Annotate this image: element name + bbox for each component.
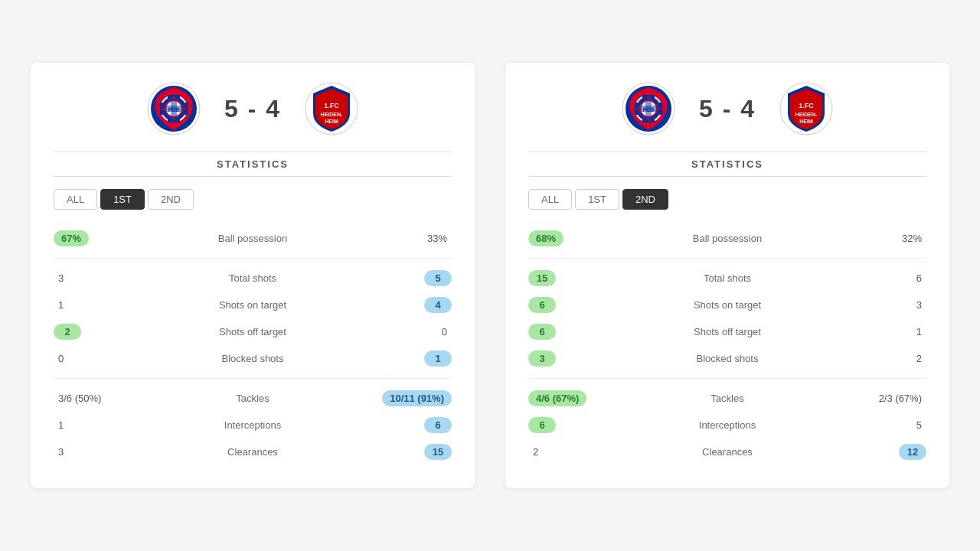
stat-badge: 12 [899, 444, 926, 460]
svg-text:FCB: FCB [643, 107, 654, 112]
stat-badge: 2 [54, 324, 81, 340]
stat-right-value: 0 [360, 324, 452, 340]
stat-plain-num: 2 [912, 350, 926, 367]
stat-row: 3Total shots5 [54, 265, 452, 292]
stat-label: Blocked shots [620, 353, 835, 364]
stat-left-value: 0 [54, 350, 145, 367]
match-score: 5 - 4 [699, 95, 756, 123]
stat-label: Shots off target [145, 326, 360, 337]
stat-badge: 67% [54, 230, 89, 246]
stat-label: Blocked shots [145, 353, 360, 364]
stat-badge: 6 [528, 324, 556, 340]
tabs-container: ALL1ST2ND [528, 189, 926, 210]
stat-row: 6Shots off target1 [528, 318, 926, 345]
stat-right-value: 15 [360, 444, 452, 460]
stat-badge: 5 [424, 270, 452, 286]
stat-right-value: 2/3 (67%) [835, 390, 926, 406]
stat-right-value: 5 [835, 417, 926, 433]
stat-right-value: 1 [360, 350, 452, 367]
stat-row: 2Shots off target0 [54, 318, 452, 345]
stat-plain-num: 2/3 (67%) [874, 390, 926, 406]
stat-label: Ball possession [145, 233, 360, 244]
stat-left-value: 3/6 (50%) [54, 390, 145, 406]
tab-2nd[interactable]: 2ND [148, 189, 194, 210]
stat-label: Tackles [145, 393, 360, 404]
stat-plain-num: 1 [912, 324, 926, 340]
stat-row: 0Blocked shots1 [54, 345, 452, 372]
stat-badge: 3 [528, 350, 556, 367]
tab-2nd[interactable]: 2ND [622, 189, 668, 210]
match-score: 5 - 4 [224, 95, 281, 123]
stat-label: Clearances [620, 446, 835, 458]
stat-right-value: 32% [835, 230, 926, 246]
stat-row: 15Total shots6 [528, 265, 926, 292]
stat-plain-num: 3 [912, 297, 926, 313]
team-logo-bayern: FCB [146, 81, 201, 136]
svg-text:1.FC: 1.FC [799, 102, 814, 109]
stat-badge: 10/11 (91%) [382, 390, 452, 406]
stat-right-value: 6 [360, 417, 452, 433]
tab-1st[interactable]: 1ST [100, 189, 145, 210]
stat-right-value: 3 [835, 297, 926, 313]
stat-left-value: 67% [54, 230, 145, 246]
stat-row: 1Shots on target4 [54, 292, 452, 318]
stat-right-value: 1 [835, 324, 926, 340]
stat-badge: 6 [424, 417, 452, 433]
stat-left-value: 6 [528, 324, 620, 340]
stat-badge: 4/6 (67%) [528, 390, 586, 406]
stat-divider [528, 378, 926, 379]
stat-row: 1Interceptions6 [54, 412, 452, 439]
stats-card-2nd: FCB 5 - 4 1.FC HEIDEN- HEIM STATISTICSAL… [505, 63, 949, 488]
stat-label: Tackles [620, 393, 835, 404]
stat-label: Interceptions [145, 419, 360, 431]
stat-right-value: 4 [360, 297, 452, 313]
tabs-container: ALL1ST2ND [54, 189, 452, 210]
stat-plain-num: 3 [54, 270, 68, 286]
stat-right-value: 6 [835, 270, 926, 286]
tab-all[interactable]: ALL [528, 189, 572, 210]
stat-left-value: 6 [528, 297, 620, 313]
stat-label: Interceptions [620, 419, 835, 431]
stat-divider [528, 258, 926, 259]
svg-text:1.FC: 1.FC [324, 102, 339, 109]
stat-badge: 68% [528, 230, 564, 246]
team-logo-bayern: FCB [621, 81, 676, 136]
stat-left-value: 3 [54, 270, 145, 286]
stat-left-value: 1 [54, 297, 145, 313]
stat-plain-num: 1 [54, 417, 68, 433]
stat-left-value: 4/6 (67%) [528, 390, 620, 406]
svg-text:FCB: FCB [168, 107, 179, 112]
stat-left-value: 15 [528, 270, 620, 286]
stat-badge: 1 [424, 350, 452, 367]
stat-row: 68%Ball possession32% [528, 225, 926, 252]
tab-1st[interactable]: 1ST [575, 189, 619, 210]
stat-label: Total shots [620, 272, 835, 284]
stat-badge: 6 [528, 417, 556, 433]
stat-left-value: 3 [528, 350, 620, 367]
stat-badge: 4 [424, 297, 452, 313]
tab-all[interactable]: ALL [54, 189, 97, 210]
stat-badge: 15 [528, 270, 556, 286]
page-wrapper: FCB 5 - 4 1.FC HEIDEN- HEIM STATISTICSAL… [0, 32, 980, 519]
stat-row: 3Clearances15 [54, 439, 452, 465]
stat-plain-num: 6 [912, 270, 926, 286]
stat-right-value: 12 [835, 444, 926, 460]
section-title: STATISTICS [54, 152, 452, 177]
stat-badge: 6 [528, 297, 556, 313]
section-title: STATISTICS [528, 152, 926, 177]
stat-plain-num: 0 [437, 324, 452, 340]
team-logo-heidenheim: 1.FC HEIDEN- HEIM [304, 81, 359, 136]
stat-row: 3/6 (50%)Tackles10/11 (91%) [54, 385, 452, 412]
stat-plain-num: 3 [54, 444, 68, 460]
stat-row: 2Clearances12 [528, 439, 926, 465]
stat-plain-num: 3/6 (50%) [54, 390, 106, 406]
stat-label: Total shots [145, 272, 360, 284]
stat-left-value: 1 [54, 417, 145, 433]
stat-row: 3Blocked shots2 [528, 345, 926, 372]
svg-text:HEIDEN-: HEIDEN- [795, 112, 818, 117]
stat-plain-num: 1 [54, 297, 68, 313]
stat-plain-num: 5 [912, 417, 926, 433]
match-header: FCB 5 - 4 1.FC HEIDEN- HEIM [54, 81, 452, 136]
stat-label: Ball possession [620, 233, 835, 244]
stat-row: 6Interceptions5 [528, 412, 926, 439]
